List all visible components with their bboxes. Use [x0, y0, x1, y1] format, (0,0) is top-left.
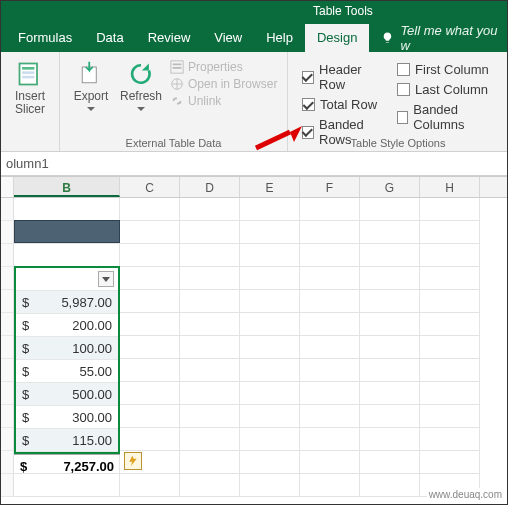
cell[interactable] [420, 244, 480, 267]
table-row[interactable]: $300.00 [16, 406, 118, 429]
cell[interactable] [180, 313, 240, 336]
table-row[interactable]: $100.00 [16, 337, 118, 360]
tab-view[interactable]: View [202, 24, 254, 52]
table-row[interactable]: $5,987.00 [16, 291, 118, 314]
cell[interactable] [420, 267, 480, 290]
cell[interactable] [120, 428, 180, 451]
cell[interactable] [360, 221, 420, 244]
tab-help[interactable]: Help [254, 24, 305, 52]
cell[interactable] [180, 405, 240, 428]
cell[interactable] [360, 244, 420, 267]
cell[interactable] [180, 451, 240, 474]
table-header-cell[interactable] [14, 220, 120, 243]
cell[interactable] [14, 198, 120, 221]
cell[interactable] [120, 336, 180, 359]
cell[interactable] [300, 474, 360, 497]
cell[interactable] [180, 382, 240, 405]
cell[interactable] [180, 244, 240, 267]
cell[interactable] [14, 474, 120, 497]
cell[interactable] [300, 221, 360, 244]
table-row[interactable]: $115.00 [16, 429, 118, 452]
cell[interactable] [180, 221, 240, 244]
checkbox-first-column[interactable]: First Column [397, 62, 496, 77]
cell[interactable] [300, 428, 360, 451]
cell[interactable] [240, 428, 300, 451]
cell[interactable] [240, 244, 300, 267]
cell[interactable] [420, 428, 480, 451]
checkbox-banded-columns[interactable]: Banded Columns [397, 102, 496, 132]
cell[interactable] [360, 382, 420, 405]
cell[interactable] [120, 359, 180, 382]
total-row[interactable]: $ 7,257.00 [14, 454, 120, 477]
cell[interactable] [360, 474, 420, 497]
spreadsheet-grid[interactable]: B C D E F G H // placeholder — actual ro… [0, 176, 508, 497]
refresh-button[interactable]: Refresh [116, 56, 166, 111]
cell[interactable] [240, 267, 300, 290]
cell[interactable] [120, 474, 180, 497]
cell[interactable] [300, 405, 360, 428]
filter-dropdown-button[interactable] [98, 271, 114, 287]
cell[interactable] [180, 290, 240, 313]
cell[interactable] [360, 451, 420, 474]
name-box[interactable]: olumn1 [6, 156, 49, 171]
tab-review[interactable]: Review [136, 24, 203, 52]
cell[interactable] [240, 359, 300, 382]
table-row[interactable]: $200.00 [16, 314, 118, 337]
cell[interactable] [120, 267, 180, 290]
cell[interactable] [360, 336, 420, 359]
cell[interactable] [420, 313, 480, 336]
col-header-H[interactable]: H [420, 177, 480, 197]
cell[interactable] [420, 359, 480, 382]
cell[interactable] [120, 198, 180, 221]
cell[interactable] [420, 451, 480, 474]
cell[interactable] [360, 405, 420, 428]
cell[interactable] [180, 428, 240, 451]
cell[interactable] [420, 405, 480, 428]
col-header-D[interactable]: D [180, 177, 240, 197]
cell[interactable] [240, 474, 300, 497]
cell[interactable] [300, 451, 360, 474]
smart-tag-button[interactable] [124, 452, 142, 470]
cell[interactable] [420, 221, 480, 244]
col-header-E[interactable]: E [240, 177, 300, 197]
cell[interactable] [180, 359, 240, 382]
cell[interactable] [120, 382, 180, 405]
cell[interactable] [360, 290, 420, 313]
cell[interactable] [300, 244, 360, 267]
col-header-G[interactable]: G [360, 177, 420, 197]
cell[interactable] [300, 198, 360, 221]
cell[interactable] [360, 267, 420, 290]
filter-row[interactable] [16, 268, 118, 291]
cell[interactable] [240, 313, 300, 336]
col-header-B[interactable]: B [14, 177, 120, 197]
tab-formulas[interactable]: Formulas [6, 24, 84, 52]
cell[interactable] [300, 336, 360, 359]
cell[interactable] [240, 290, 300, 313]
cell[interactable] [120, 244, 180, 267]
cell[interactable] [360, 198, 420, 221]
cell[interactable] [120, 221, 180, 244]
cell[interactable] [120, 290, 180, 313]
cell[interactable] [120, 313, 180, 336]
cell[interactable] [360, 313, 420, 336]
cell[interactable] [120, 405, 180, 428]
tell-me-search[interactable]: Tell me what you w [369, 24, 508, 52]
cell[interactable] [420, 290, 480, 313]
tab-data[interactable]: Data [84, 24, 135, 52]
table-row[interactable]: $55.00 [16, 360, 118, 383]
cell[interactable] [240, 221, 300, 244]
export-button[interactable]: Export [66, 56, 116, 111]
cell[interactable] [300, 267, 360, 290]
checkbox-header-row[interactable]: Header Row [302, 62, 385, 92]
cell[interactable] [300, 290, 360, 313]
col-header-F[interactable]: F [300, 177, 360, 197]
cell[interactable] [240, 382, 300, 405]
cell[interactable] [360, 428, 420, 451]
cell[interactable] [240, 198, 300, 221]
cell[interactable] [180, 267, 240, 290]
insert-slicer-button[interactable]: InsertSlicer [6, 56, 54, 116]
cell[interactable] [180, 474, 240, 497]
checkbox-total-row[interactable]: Total Row [302, 97, 385, 112]
cell[interactable] [300, 359, 360, 382]
cell[interactable] [240, 405, 300, 428]
